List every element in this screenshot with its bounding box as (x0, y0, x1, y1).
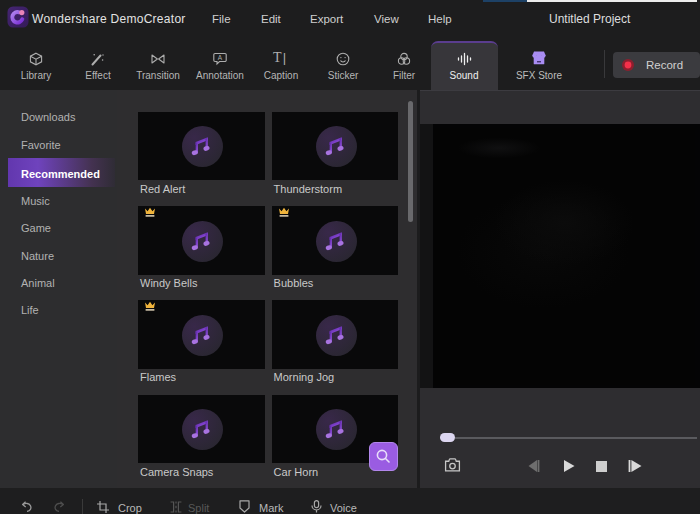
svg-text:A: A (218, 54, 223, 61)
